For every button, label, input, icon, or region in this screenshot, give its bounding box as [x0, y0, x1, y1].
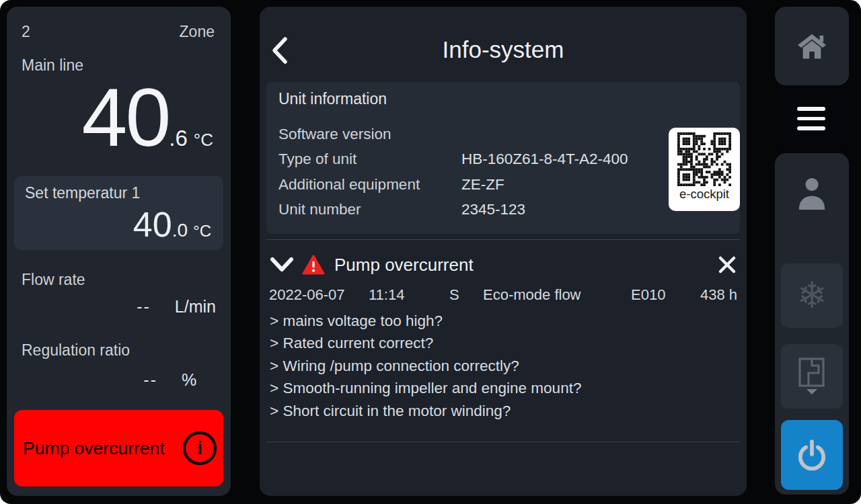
- alarm-error-code: E010: [631, 286, 691, 304]
- flow-rate-unit: L/min: [175, 297, 216, 317]
- alarm-meta-row: 2022-06-07 11:14 S Eco-mode flow E010 43…: [269, 286, 737, 304]
- zone-header: 2 Zone: [22, 23, 215, 41]
- regulation-ratio-row: -- %: [22, 370, 216, 390]
- qr-code-icon: [677, 132, 731, 186]
- zone-panel: 2 Zone Main line 40 .6 °C Set temperatur…: [7, 7, 231, 496]
- sidebar-item-menu[interactable]: [771, 86, 852, 151]
- snowflake-icon: ❄: [796, 278, 827, 314]
- unit-info-row: Type of unit HB-160Z61-8-4T-A2-400: [278, 147, 728, 173]
- flow-rate-value: --: [22, 297, 151, 317]
- row-value: 2345-123: [461, 201, 525, 218]
- close-button[interactable]: [718, 255, 737, 274]
- qr-code-badge: e-cockpit: [669, 128, 740, 211]
- separator: [266, 239, 740, 240]
- regulation-ratio-unit: %: [182, 370, 196, 390]
- alarm-class: S: [449, 286, 483, 304]
- home-icon: [796, 32, 827, 60]
- sidebar-section: ❄: [775, 153, 849, 495]
- set-temperature-card[interactable]: Set temperatur 1 40 .0 °C: [14, 176, 223, 250]
- chevron-down-icon: [807, 389, 817, 394]
- close-icon: [718, 255, 737, 274]
- unit-info-row: Software version: [278, 122, 728, 147]
- set-temp-unit: °C: [193, 222, 211, 241]
- main-temp-fraction: .6: [169, 126, 188, 151]
- checklist-item: > Short circuit in the motor winding?: [270, 400, 581, 422]
- checklist-item: > mains voltage too high?: [270, 310, 581, 332]
- app-frame: 2 Zone Main line 40 .6 °C Set temperatur…: [0, 0, 861, 504]
- unit-info-row: Unit number 2345-123: [278, 198, 728, 223]
- zone-label: Zone: [180, 23, 215, 41]
- main-temp-unit: °C: [194, 130, 213, 151]
- warning-icon: [302, 255, 325, 275]
- row-value: ZE-ZF: [461, 176, 504, 194]
- sidebar-item-user[interactable]: [775, 173, 849, 214]
- sidebar-item-cooling[interactable]: ❄: [781, 263, 843, 328]
- info-system-panel: Info-system Unit information Software ve…: [260, 7, 747, 496]
- alarm-mode: Eco-mode flow: [483, 286, 631, 304]
- sidebar-item-home[interactable]: [775, 7, 849, 85]
- row-label: Additional equipment: [278, 176, 461, 194]
- set-temperature-value: 40 .0 °C: [133, 207, 211, 242]
- alarm-checklist: > mains voltage too high? > Rated curren…: [270, 310, 581, 422]
- collapse-button[interactable]: [270, 255, 294, 274]
- main-line-temperature: 40 .6 °C: [82, 77, 213, 159]
- unit-information-heading: Unit information: [278, 90, 728, 108]
- zone-number: 2: [22, 23, 30, 41]
- row-label: Unit number: [278, 201, 461, 218]
- flow-rate-label: Flow rate: [22, 271, 85, 289]
- row-label: Software version: [278, 126, 461, 143]
- alarm-operating-hours: 438 h: [691, 286, 737, 304]
- chevron-down-icon: [270, 255, 294, 274]
- checklist-item: > Rated current correct?: [270, 332, 581, 354]
- alarm-time: 11:14: [369, 286, 449, 304]
- row-value: HB-160Z61-8-4T-A2-400: [461, 151, 628, 168]
- info-icon[interactable]: i: [183, 431, 217, 465]
- checklist-item: > Smooth-running impeller and engine mou…: [270, 377, 581, 399]
- unit-information-card: Unit information Software version Type o…: [266, 82, 740, 234]
- power-icon: [795, 438, 829, 472]
- alarm-date: 2022-06-07: [269, 286, 369, 304]
- regulation-ratio-label: Regulation ratio: [22, 341, 130, 360]
- mold-icon: [797, 357, 827, 396]
- checklist-item: > Wiring /pump connection correctly?: [270, 355, 581, 377]
- separator: [266, 442, 740, 442]
- alarm-banner-label: Pump overcurrent: [23, 438, 165, 459]
- main-temp-integer: 40: [82, 77, 170, 159]
- alarm-banner[interactable]: Pump overcurrent i: [14, 410, 223, 487]
- unit-information-rows: Software version Type of unit HB-160Z61-…: [278, 122, 728, 222]
- alarm-detail-header: Pump overcurrent: [270, 250, 737, 280]
- set-temp-integer: 40: [133, 207, 172, 242]
- sidebar-item-mold[interactable]: [781, 344, 843, 409]
- flow-rate-row: -- L/min: [22, 297, 216, 317]
- unit-info-row: Additional equipment ZE-ZF: [278, 172, 728, 198]
- power-button[interactable]: [781, 420, 843, 490]
- main-line-label: Main line: [22, 56, 83, 75]
- row-label: Type of unit: [278, 151, 461, 168]
- alarm-detail-title: Pump overcurrent: [334, 255, 474, 276]
- regulation-ratio-value: --: [22, 370, 157, 390]
- menu-icon: [797, 107, 825, 111]
- qr-code-label: e-cockpit: [669, 187, 740, 202]
- user-icon: [796, 175, 827, 212]
- set-temp-fraction: .0: [172, 220, 188, 241]
- set-temperature-label: Set temperatur 1: [25, 184, 213, 202]
- page-title: Info-system: [260, 36, 747, 63]
